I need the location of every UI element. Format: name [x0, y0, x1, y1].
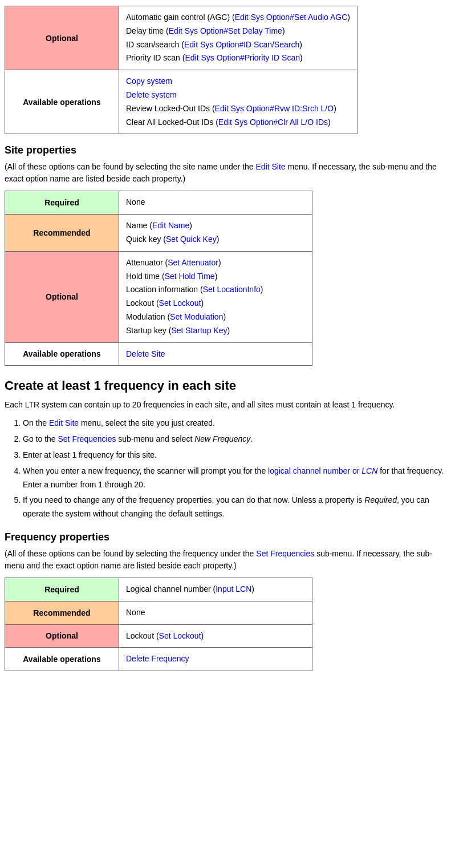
- freq-required-content: Logical channel number (Input LCN): [119, 578, 312, 601]
- freq-step-4: When you enter a new frequency, the scan…: [23, 465, 450, 492]
- site-desc: (All of these options can be found by se…: [5, 161, 450, 185]
- freq-recommended-row: Recommended None: [5, 601, 312, 624]
- site-avail-ops-row: Available operations Delete Site: [5, 342, 312, 366]
- freq-table: Required Logical channel number (Input L…: [5, 578, 312, 671]
- site-required-row: Required None: [5, 191, 312, 215]
- freq-optional-content: Lockout (Set Lockout): [119, 624, 312, 648]
- freq-step-5: If you need to change any of the frequen…: [23, 494, 450, 521]
- link-set-lockout-site[interactable]: Set Lockout: [159, 298, 201, 308]
- freq-props-title: Frequency properties: [5, 531, 450, 543]
- site-table: Required None Recommended Name (Edit Nam…: [5, 191, 312, 366]
- system-optional-row: Optional Automatic gain control (AGC) (E…: [5, 6, 358, 70]
- freq-avail-ops-content: Delete Frequency: [119, 648, 312, 671]
- site-recommended-row: Recommended Name (Edit Name) Quick key (…: [5, 215, 312, 252]
- link-set-frequencies-2[interactable]: Set Frequencies: [256, 549, 314, 558]
- site-recommended-label: Recommended: [5, 215, 119, 252]
- site-avail-ops-content: Delete Site: [119, 342, 312, 366]
- link-delete-system[interactable]: Delete system: [126, 90, 177, 99]
- site-optional-content: Attenuator (Set Attenuator) Hold time (S…: [119, 251, 312, 342]
- site-optional-row: Optional Attenuator (Set Attenuator) Hol…: [5, 251, 312, 342]
- link-edit-site-2[interactable]: Edit Site: [49, 418, 79, 427]
- freq-optional-row: Optional Lockout (Set Lockout): [5, 624, 312, 648]
- link-delay-time[interactable]: Edit Sys Option#Set Delay Time: [169, 26, 282, 35]
- link-rvw-id[interactable]: Edit Sys Option#Rvw ID:Srch L/O: [215, 104, 334, 113]
- site-required-label: Required: [5, 191, 119, 215]
- link-clr-ids[interactable]: Edit Sys Option#Clr All L/O IDs: [218, 118, 328, 127]
- freq-step-3: Enter at least 1 frequency for this site…: [23, 449, 450, 462]
- link-set-frequencies[interactable]: Set Frequencies: [58, 434, 116, 443]
- system-avail-ops-label: Available operations: [5, 70, 119, 134]
- freq-recommended-content: None: [119, 601, 312, 624]
- freq-step-2: Go to the Set Frequencies sub-menu and s…: [23, 433, 450, 446]
- link-id-scan[interactable]: Edit Sys Option#ID Scan/Search: [184, 40, 299, 49]
- link-set-startup-key[interactable]: Set Startup Key: [171, 326, 227, 335]
- system-avail-ops-row: Available operations Copy system Delete …: [5, 70, 358, 134]
- link-copy-system[interactable]: Copy system: [126, 76, 172, 86]
- link-set-location-info[interactable]: Set LocationInfo: [203, 285, 261, 294]
- freq-create-desc: Each LTR system can contain up to 20 fre…: [5, 399, 450, 411]
- site-title: Site properties: [5, 144, 450, 156]
- link-input-lcn[interactable]: Input LCN: [216, 584, 251, 594]
- link-edit-name[interactable]: Edit Name: [152, 221, 189, 230]
- freq-create-section: Create at least 1 frequency in each site…: [5, 378, 450, 521]
- link-edit-site[interactable]: Edit Site: [256, 162, 286, 171]
- site-avail-ops-label: Available operations: [5, 342, 119, 366]
- site-required-content: None: [119, 191, 312, 215]
- link-priority-id[interactable]: Edit Sys Option#Priority ID Scan: [185, 53, 300, 62]
- freq-recommended-label: Recommended: [5, 601, 119, 624]
- link-delete-frequency[interactable]: Delete Frequency: [126, 654, 189, 663]
- freq-props-section: Frequency properties (All of these optio…: [5, 531, 450, 671]
- link-set-hold-time[interactable]: Set Hold Time: [165, 272, 215, 281]
- freq-avail-ops-row: Available operations Delete Frequency: [5, 648, 312, 671]
- system-table: Optional Automatic gain control (AGC) (E…: [5, 6, 358, 134]
- freq-create-steps: On the Edit Site menu, select the site y…: [23, 417, 450, 521]
- system-optional-content: Automatic gain control (AGC) (Edit Sys O…: [119, 6, 358, 70]
- site-recommended-content: Name (Edit Name) Quick key (Set Quick Ke…: [119, 215, 312, 252]
- site-section: Site properties (All of these options ca…: [5, 144, 450, 366]
- freq-step-1: On the Edit Site menu, select the site y…: [23, 417, 450, 430]
- link-set-lockout-freq[interactable]: Set Lockout: [159, 631, 201, 640]
- freq-required-row: Required Logical channel number (Input L…: [5, 578, 312, 601]
- freq-props-desc: (All of these options can be found by se…: [5, 548, 450, 572]
- link-set-attenuator[interactable]: Set Attenuator: [168, 258, 218, 267]
- link-set-modulation[interactable]: Set Modulation: [170, 312, 223, 321]
- link-lcn[interactable]: logical channel number or LCN: [268, 466, 377, 475]
- freq-avail-ops-label: Available operations: [5, 648, 119, 671]
- freq-create-title: Create at least 1 frequency in each site: [5, 378, 450, 393]
- system-optional-label: Optional: [5, 6, 119, 70]
- link-set-quick-key[interactable]: Set Quick Key: [166, 235, 217, 244]
- link-delete-site[interactable]: Delete Site: [126, 349, 165, 358]
- system-avail-ops-content: Copy system Delete system Review Locked-…: [119, 70, 358, 134]
- link-agc[interactable]: Edit Sys Option#Set Audio AGC: [235, 13, 348, 22]
- freq-required-label: Required: [5, 578, 119, 601]
- freq-optional-label: Optional: [5, 624, 119, 648]
- site-optional-label: Optional: [5, 251, 119, 342]
